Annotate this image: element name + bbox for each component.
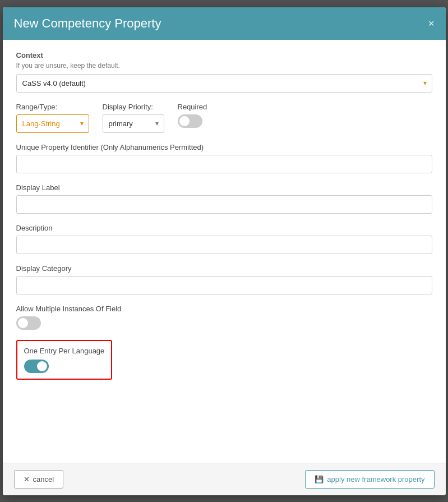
required-track [178, 114, 202, 128]
display-priority-select-wrapper[interactable]: primarysecondarytertiary ▾ [103, 114, 164, 133]
range-type-select-wrapper[interactable]: Lang-StringStringURLDateBoolean ▾ [16, 114, 89, 133]
description-group: Description [16, 224, 432, 254]
context-hint: If you are unsure, keep the default. [16, 62, 432, 70]
one-entry-track [24, 360, 49, 373]
apply-button[interactable]: 💾 apply new framework property [305, 470, 434, 489]
allow-multiple-track [16, 316, 41, 330]
modal-title: New Competency Property [14, 16, 161, 31]
apply-label: apply new framework property [327, 475, 424, 483]
one-entry-highlight-box: One Entry Per Language [16, 340, 113, 380]
modal-footer: ✕ cancel 💾 apply new framework property [3, 463, 446, 495]
modal-wrapper: New Competency Property × Context If you… [0, 0, 448, 502]
cancel-x-icon: ✕ [24, 475, 30, 483]
allow-multiple-label: Allow Multiple Instances Of Field [16, 305, 432, 313]
context-label: Context [16, 51, 432, 59]
one-entry-toggle[interactable] [24, 360, 49, 373]
description-input[interactable] [16, 236, 432, 254]
context-select-wrapper[interactable]: CaSS v4.0 (default)CaSS v3.0Custom ▾ [16, 74, 432, 93]
apply-save-icon: 💾 [315, 475, 324, 483]
required-group: Required [178, 103, 207, 128]
display-category-group: Display Category [16, 264, 432, 294]
display-label-input[interactable] [16, 195, 432, 214]
one-entry-label: One Entry Per Language [24, 347, 105, 355]
range-type-group: Range/Type: Lang-StringStringURLDateBool… [16, 103, 89, 133]
range-type-label: Range/Type: [16, 103, 89, 111]
unique-property-group: Unique Property Identifier (Only Alphanu… [16, 143, 432, 173]
required-label: Required [178, 103, 207, 111]
display-label-label: Display Label [16, 183, 432, 192]
cancel-button[interactable]: ✕ cancel [14, 470, 64, 489]
unique-property-input[interactable] [16, 155, 432, 173]
modal-body: Context If you are unsure, keep the defa… [3, 40, 446, 463]
modal-close-button[interactable]: × [428, 19, 435, 29]
unique-property-label: Unique Property Identifier (Only Alphanu… [16, 143, 432, 151]
allow-multiple-toggle[interactable] [16, 316, 41, 330]
modal-header: New Competency Property × [3, 7, 446, 40]
required-toggle[interactable] [178, 114, 202, 128]
display-label-group: Display Label [16, 183, 432, 214]
row-fields: Range/Type: Lang-StringStringURLDateBool… [16, 103, 432, 133]
allow-multiple-group: Allow Multiple Instances Of Field [16, 305, 432, 330]
display-category-label: Display Category [16, 264, 432, 273]
display-priority-label: Display Priority: [103, 103, 164, 111]
range-type-select[interactable]: Lang-StringStringURLDateBoolean [16, 114, 89, 133]
display-priority-select[interactable]: primarysecondarytertiary [103, 114, 164, 133]
description-label: Description [16, 224, 432, 232]
modal: New Competency Property × Context If you… [3, 7, 446, 495]
context-select[interactable]: CaSS v4.0 (default)CaSS v3.0Custom [16, 74, 432, 93]
display-category-input[interactable] [16, 276, 432, 294]
cancel-label: cancel [33, 475, 54, 483]
display-priority-group: Display Priority: primarysecondarytertia… [103, 103, 164, 133]
context-group: Context If you are unsure, keep the defa… [16, 51, 432, 93]
